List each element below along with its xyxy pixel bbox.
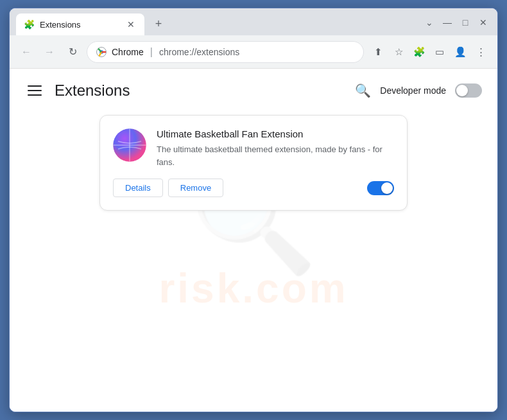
developer-mode-toggle[interactable] <box>455 83 482 98</box>
new-tab-button[interactable]: + <box>150 15 168 33</box>
title-group: Extensions <box>25 82 130 100</box>
chrome-icon <box>96 47 107 57</box>
watermark-text: risk.com <box>159 265 348 312</box>
extensions-icon[interactable]: 🧩 <box>410 43 428 61</box>
tab-close-button[interactable]: ✕ <box>125 19 137 30</box>
page-title: Extensions <box>55 82 130 100</box>
page-content: 🔍 risk.com Extensions 🔍 Developer mode <box>10 69 497 412</box>
hamburger-line-3 <box>28 94 42 96</box>
chevron-down-button[interactable]: ⌄ <box>422 15 437 30</box>
forward-button[interactable]: → <box>40 43 58 61</box>
header-right: 🔍 Developer mode <box>355 83 482 98</box>
active-tab[interactable]: 🧩 Extensions ✕ <box>16 13 144 35</box>
menu-icon[interactable]: ⋮ <box>472 43 490 61</box>
refresh-button[interactable]: ↻ <box>64 43 82 61</box>
maximize-button[interactable]: □ <box>458 15 473 30</box>
window-controls: ⌄ — □ ✕ <box>422 15 497 35</box>
hamburger-line-1 <box>28 85 42 87</box>
hamburger-line-2 <box>28 90 42 91</box>
profile-icon[interactable]: 👤 <box>451 43 469 61</box>
details-button[interactable]: Details <box>113 179 163 197</box>
tab-favicon-icon: 🧩 <box>24 19 35 30</box>
extensions-page: Extensions 🔍 Developer mode <box>10 69 497 223</box>
extension-icon <box>113 128 146 162</box>
back-button[interactable]: ← <box>17 43 35 61</box>
extension-description: The ultimate basketball themed extension… <box>157 143 394 168</box>
minimize-button[interactable]: — <box>440 15 455 30</box>
card-top: Ultimate Basketball Fan Extension The ul… <box>113 128 394 168</box>
address-bar: ← → ↻ Chrome | chrome://extensions ⬆ ☆ 🧩… <box>10 35 497 69</box>
url-bar[interactable]: Chrome | chrome://extensions <box>87 41 364 63</box>
browser-window: 🧩 Extensions ✕ + ⌄ — □ ✕ ← → ↻ Chrome | <box>9 8 498 412</box>
card-bottom: Details Remove <box>113 179 394 197</box>
search-icon[interactable]: 🔍 <box>355 83 371 98</box>
remove-button[interactable]: Remove <box>168 179 223 197</box>
tab-title: Extensions <box>40 20 120 30</box>
developer-mode-label: Developer mode <box>380 85 446 96</box>
sidebar-icon[interactable]: ▭ <box>431 43 449 61</box>
close-button[interactable]: ✕ <box>476 15 491 30</box>
extension-enable-toggle[interactable] <box>367 181 394 195</box>
bookmark-icon[interactable]: ☆ <box>390 43 408 61</box>
toolbar-icons: ⬆ ☆ 🧩 ▭ 👤 ⋮ <box>369 43 490 61</box>
extension-card: Ultimate Basketball Fan Extension The ul… <box>99 115 408 211</box>
url-domain: Chrome <box>112 47 144 57</box>
share-icon[interactable]: ⬆ <box>369 43 387 61</box>
hamburger-menu-button[interactable] <box>25 83 44 98</box>
url-path: chrome://extensions <box>159 47 239 57</box>
url-separator: | <box>150 46 153 58</box>
extension-info: Ultimate Basketball Fan Extension The ul… <box>157 128 394 168</box>
extensions-header: Extensions 🔍 Developer mode <box>25 82 482 100</box>
title-bar: 🧩 Extensions ✕ + ⌄ — □ ✕ <box>10 8 497 35</box>
extension-name: Ultimate Basketball Fan Extension <box>157 128 394 139</box>
